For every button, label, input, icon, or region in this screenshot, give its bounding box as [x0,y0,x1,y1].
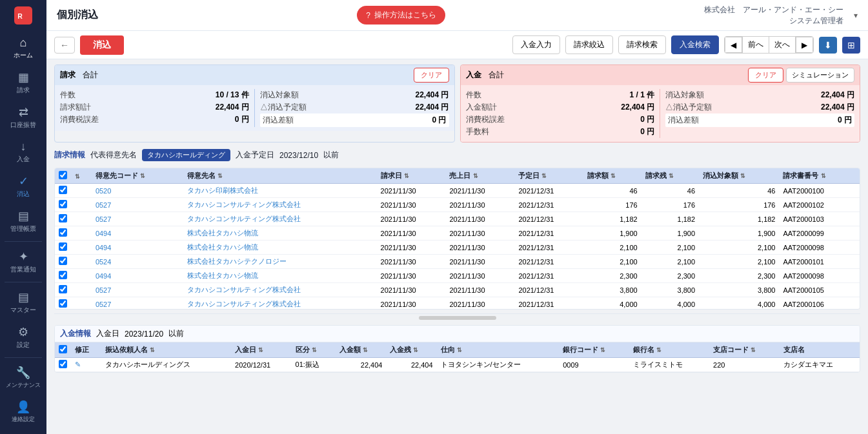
row-checkbox[interactable] [59,257,67,265]
table-row: 0494 株式会社タカハシ物流 2021/11/30 2021/11/30 20… [55,241,860,255]
th-bill-date[interactable]: 請求日 ⇅ [377,168,446,184]
row-checkbox-cell[interactable] [55,269,71,283]
chevron-down-icon: ▾ [854,11,858,20]
invoice-diff-row: 消込差額 0 円 [260,113,449,127]
th-branch-code[interactable]: 支店コード ⇅ [709,342,780,358]
th-branch-name[interactable]: 支店名 [780,342,860,358]
sidebar-item-maintenance[interactable]: 🔧 メンテナンス [0,360,46,395]
next-button[interactable]: ▶ [796,37,813,53]
customer-name[interactable]: 株式会社タカハシ物流 [183,241,377,255]
th-transfer-name[interactable]: 振込依頼人名 ⇅ [101,342,231,358]
payment-search-button[interactable]: 入金検索 [671,35,719,54]
payment-checkbox-cell[interactable] [55,358,71,372]
customer-name[interactable]: 株式会社タカハシテクノロジー [183,255,377,269]
grid-button[interactable]: ⊞ [842,37,860,54]
customer-code[interactable]: 0494 [92,241,183,255]
payment-count-row: 件数 1 / 1 件 [466,89,655,101]
sidebar-item-ledger[interactable]: ▤ 管理帳票 [0,204,46,239]
customer-code[interactable]: 0527 [92,283,183,297]
invoice-clear-button[interactable]: クリア [414,68,449,83]
remaining: 2,300 [641,269,699,283]
customer-name[interactable]: タカハシ印刷株式会社 [183,184,377,198]
th-sale-date[interactable]: 売上日 ⇅ [445,168,514,184]
check-all-invoice[interactable] [59,171,67,179]
th-payment-remaining[interactable]: 入金残 ⇅ [386,342,436,358]
back-button[interactable]: ← [54,37,75,54]
row-checkbox[interactable] [59,242,67,251]
th-payment-amount[interactable]: 入金額 ⇅ [336,342,386,358]
customer-code[interactable]: 0527 [92,297,183,310]
customer-code[interactable]: 0524 [92,255,183,269]
customer-code[interactable]: 0527 [92,212,183,226]
th-bank-code[interactable]: 銀行コード ⇅ [559,342,629,358]
prev-button[interactable]: ◀ [725,37,742,53]
customer-name[interactable]: タカハシコンサルティング株式会社 [183,283,377,297]
sidebar-item-master[interactable]: ▤ マスター [0,285,46,320]
row-checkbox-cell[interactable] [55,198,71,212]
remaining: 1,182 [641,212,699,226]
payment-header-buttons: クリア シミュレーション [748,68,854,83]
sidebar-item-settings[interactable]: ⚙ 設定 [0,320,46,355]
invoice-table-header-row: ⇅ 得意先コード ⇅ 得意先名 ⇅ 請求日 ⇅ 売上日 ⇅ 予定日 ⇅ 請求額 … [55,168,860,184]
th-payment-date[interactable]: 入金日 ⇅ [231,342,291,358]
help-button[interactable]: ? 操作方法はこちら [357,6,445,25]
customer-code[interactable]: 0527 [92,198,183,212]
customer-name[interactable]: タカハシコンサルティング株式会社 [183,198,377,212]
th-amount[interactable]: 請求額 ⇅ [583,168,641,184]
row-checkbox[interactable] [59,186,67,194]
customer-name[interactable]: タカハシコンサルティング株式会社 [183,212,377,226]
invoice-filter-button[interactable]: 請求絞込 [565,35,613,54]
sidebar-item-invoice[interactable]: ▦ 請求 [0,65,46,100]
row-checkbox-cell[interactable] [55,212,71,226]
th-plan-date[interactable]: 予定日 ⇅ [514,168,583,184]
row-checkbox-cell[interactable] [55,297,71,310]
sidebar-item-notification[interactable]: ✦ 営業通知 [0,244,46,279]
payment-checkbox[interactable] [59,360,67,368]
sidebar-item-user-settings[interactable]: 👤 連絡設定 [0,395,46,429]
download-button[interactable]: ⬇ [819,37,837,54]
amount: 2,100 [583,241,641,255]
row-checkbox[interactable] [59,271,67,279]
th-customer-code[interactable]: 得意先コード ⇅ [92,168,183,184]
row-checkbox-cell[interactable] [55,255,71,269]
customer-name[interactable]: 株式会社タカハシ物流 [183,269,377,283]
th-invoice-no[interactable]: 請求書番号 ⇅ [779,168,860,184]
customer-name[interactable]: タカハシコンサルティング株式会社 [183,297,377,310]
row-checkbox-cell[interactable] [55,241,71,255]
sidebar-item-account[interactable]: ⇄ 口座振替 [0,100,46,135]
th-direction[interactable]: 仕向 ⇅ [437,342,560,358]
th-sort-invoice[interactable]: ⇅ [71,168,92,184]
sidebar-item-home[interactable]: ⌂ ホーム [0,31,46,65]
row-checkbox-cell[interactable] [55,283,71,297]
customer-code[interactable]: 0494 [92,269,183,283]
edit-cell[interactable]: ✎ [71,358,101,372]
th-remaining[interactable]: 請求残 ⇅ [641,168,699,184]
row-checkbox-cell[interactable] [55,184,71,198]
customer-name[interactable]: 株式会社タカハシ物流 [183,226,377,241]
row-checkbox[interactable] [59,200,67,208]
th-target[interactable]: 消込対象額 ⇅ [699,168,779,184]
payment-clear-button[interactable]: クリア [748,68,783,83]
check-all-payment[interactable] [59,345,67,353]
apply-button[interactable]: 消込 [80,35,124,55]
row-checkbox[interactable] [59,285,67,293]
th-bank-name[interactable]: 銀行名 ⇅ [629,342,709,358]
invoice-search-button[interactable]: 請求検索 [618,35,666,54]
row-checkbox[interactable] [59,299,67,308]
row-checkbox-cell[interactable] [55,226,71,241]
th-customer-name[interactable]: 得意先名 ⇅ [183,168,377,184]
customer-code[interactable]: 0520 [92,184,183,198]
th-check-payment[interactable] [55,342,71,358]
sidebar-item-clearing[interactable]: ✓ 消込 [0,169,46,204]
page-title: 個別消込 [57,8,98,22]
th-check-all[interactable] [55,168,71,184]
th-type[interactable]: 区分 ⇅ [292,342,336,358]
sidebar-item-deposit[interactable]: ↓ 入金 [0,135,46,169]
customer-code[interactable]: 0494 [92,226,183,241]
row-checkbox[interactable] [59,228,67,237]
toolbar: ← 消込 入金入力 請求絞込 請求検索 入金検索 ◀ 前へ 次へ ▶ ⬇ ⊞ [46,31,868,59]
simulation-button[interactable]: シミュレーション [786,68,854,83]
plan-date: 2021/12/31 [514,269,583,283]
payment-input-button[interactable]: 入金入力 [512,35,560,54]
row-checkbox[interactable] [59,214,67,222]
